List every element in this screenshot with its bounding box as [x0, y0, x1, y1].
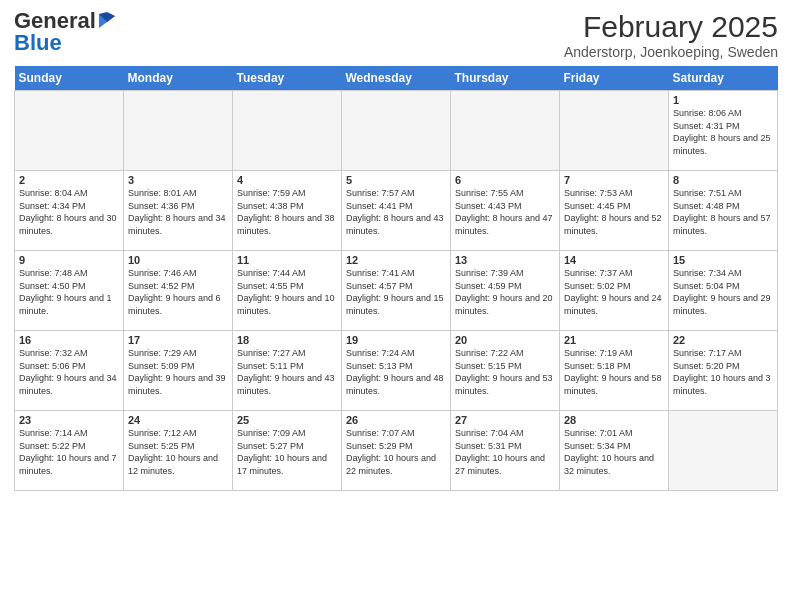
table-row: 10Sunrise: 7:46 AM Sunset: 4:52 PM Dayli… [124, 251, 233, 331]
weekday-header-row: Sunday Monday Tuesday Wednesday Thursday… [15, 66, 778, 91]
day-number: 17 [128, 334, 228, 346]
day-number: 28 [564, 414, 664, 426]
table-row: 18Sunrise: 7:27 AM Sunset: 5:11 PM Dayli… [233, 331, 342, 411]
location-subtitle: Anderstorp, Joenkoeping, Sweden [564, 44, 778, 60]
table-row: 3Sunrise: 8:01 AM Sunset: 4:36 PM Daylig… [124, 171, 233, 251]
day-info: Sunrise: 7:01 AM Sunset: 5:34 PM Dayligh… [564, 427, 664, 477]
day-number: 5 [346, 174, 446, 186]
day-number: 9 [19, 254, 119, 266]
calendar-week-row: 23Sunrise: 7:14 AM Sunset: 5:22 PM Dayli… [15, 411, 778, 491]
logo-general: General [14, 10, 96, 32]
day-number: 4 [237, 174, 337, 186]
title-block: February 2025 Anderstorp, Joenkoeping, S… [564, 10, 778, 60]
table-row: 17Sunrise: 7:29 AM Sunset: 5:09 PM Dayli… [124, 331, 233, 411]
day-number: 25 [237, 414, 337, 426]
table-row: 6Sunrise: 7:55 AM Sunset: 4:43 PM Daylig… [451, 171, 560, 251]
day-number: 14 [564, 254, 664, 266]
calendar-week-row: 1Sunrise: 8:06 AM Sunset: 4:31 PM Daylig… [15, 91, 778, 171]
col-tuesday: Tuesday [233, 66, 342, 91]
day-number: 22 [673, 334, 773, 346]
table-row: 16Sunrise: 7:32 AM Sunset: 5:06 PM Dayli… [15, 331, 124, 411]
col-sunday: Sunday [15, 66, 124, 91]
day-info: Sunrise: 8:01 AM Sunset: 4:36 PM Dayligh… [128, 187, 228, 237]
day-info: Sunrise: 7:51 AM Sunset: 4:48 PM Dayligh… [673, 187, 773, 237]
table-row: 1Sunrise: 8:06 AM Sunset: 4:31 PM Daylig… [669, 91, 778, 171]
table-row: 24Sunrise: 7:12 AM Sunset: 5:25 PM Dayli… [124, 411, 233, 491]
calendar-week-row: 16Sunrise: 7:32 AM Sunset: 5:06 PM Dayli… [15, 331, 778, 411]
day-info: Sunrise: 7:55 AM Sunset: 4:43 PM Dayligh… [455, 187, 555, 237]
table-row: 20Sunrise: 7:22 AM Sunset: 5:15 PM Dayli… [451, 331, 560, 411]
day-info: Sunrise: 7:48 AM Sunset: 4:50 PM Dayligh… [19, 267, 119, 317]
table-row: 19Sunrise: 7:24 AM Sunset: 5:13 PM Dayli… [342, 331, 451, 411]
day-info: Sunrise: 7:24 AM Sunset: 5:13 PM Dayligh… [346, 347, 446, 397]
day-info: Sunrise: 7:32 AM Sunset: 5:06 PM Dayligh… [19, 347, 119, 397]
day-number: 23 [19, 414, 119, 426]
table-row: 9Sunrise: 7:48 AM Sunset: 4:50 PM Daylig… [15, 251, 124, 331]
calendar-week-row: 9Sunrise: 7:48 AM Sunset: 4:50 PM Daylig… [15, 251, 778, 331]
day-number: 2 [19, 174, 119, 186]
day-info: Sunrise: 7:41 AM Sunset: 4:57 PM Dayligh… [346, 267, 446, 317]
table-row [342, 91, 451, 171]
day-number: 15 [673, 254, 773, 266]
day-number: 10 [128, 254, 228, 266]
table-row: 22Sunrise: 7:17 AM Sunset: 5:20 PM Dayli… [669, 331, 778, 411]
table-row [124, 91, 233, 171]
col-friday: Friday [560, 66, 669, 91]
day-info: Sunrise: 7:53 AM Sunset: 4:45 PM Dayligh… [564, 187, 664, 237]
day-info: Sunrise: 7:44 AM Sunset: 4:55 PM Dayligh… [237, 267, 337, 317]
table-row: 27Sunrise: 7:04 AM Sunset: 5:31 PM Dayli… [451, 411, 560, 491]
day-info: Sunrise: 7:37 AM Sunset: 5:02 PM Dayligh… [564, 267, 664, 317]
day-number: 12 [346, 254, 446, 266]
calendar-table: Sunday Monday Tuesday Wednesday Thursday… [14, 66, 778, 491]
day-number: 11 [237, 254, 337, 266]
table-row: 2Sunrise: 8:04 AM Sunset: 4:34 PM Daylig… [15, 171, 124, 251]
table-row: 4Sunrise: 7:59 AM Sunset: 4:38 PM Daylig… [233, 171, 342, 251]
day-number: 8 [673, 174, 773, 186]
logo-flag-icon [97, 12, 115, 30]
day-number: 27 [455, 414, 555, 426]
day-number: 19 [346, 334, 446, 346]
table-row: 12Sunrise: 7:41 AM Sunset: 4:57 PM Dayli… [342, 251, 451, 331]
day-info: Sunrise: 7:19 AM Sunset: 5:18 PM Dayligh… [564, 347, 664, 397]
day-info: Sunrise: 7:59 AM Sunset: 4:38 PM Dayligh… [237, 187, 337, 237]
day-number: 21 [564, 334, 664, 346]
table-row [669, 411, 778, 491]
table-row: 14Sunrise: 7:37 AM Sunset: 5:02 PM Dayli… [560, 251, 669, 331]
table-row [233, 91, 342, 171]
table-row: 5Sunrise: 7:57 AM Sunset: 4:41 PM Daylig… [342, 171, 451, 251]
table-row: 21Sunrise: 7:19 AM Sunset: 5:18 PM Dayli… [560, 331, 669, 411]
day-info: Sunrise: 7:17 AM Sunset: 5:20 PM Dayligh… [673, 347, 773, 397]
logo: General Blue [14, 10, 115, 54]
header: General Blue February 2025 Anderstorp, J… [14, 10, 778, 60]
table-row: 13Sunrise: 7:39 AM Sunset: 4:59 PM Dayli… [451, 251, 560, 331]
table-row [451, 91, 560, 171]
day-number: 6 [455, 174, 555, 186]
day-info: Sunrise: 7:07 AM Sunset: 5:29 PM Dayligh… [346, 427, 446, 477]
col-saturday: Saturday [669, 66, 778, 91]
page-container: General Blue February 2025 Anderstorp, J… [0, 0, 792, 497]
day-number: 16 [19, 334, 119, 346]
day-info: Sunrise: 7:22 AM Sunset: 5:15 PM Dayligh… [455, 347, 555, 397]
table-row: 25Sunrise: 7:09 AM Sunset: 5:27 PM Dayli… [233, 411, 342, 491]
day-info: Sunrise: 7:12 AM Sunset: 5:25 PM Dayligh… [128, 427, 228, 477]
table-row [15, 91, 124, 171]
day-number: 1 [673, 94, 773, 106]
table-row: 15Sunrise: 7:34 AM Sunset: 5:04 PM Dayli… [669, 251, 778, 331]
day-info: Sunrise: 8:06 AM Sunset: 4:31 PM Dayligh… [673, 107, 773, 157]
day-info: Sunrise: 7:34 AM Sunset: 5:04 PM Dayligh… [673, 267, 773, 317]
logo-blue: Blue [14, 30, 62, 55]
table-row [560, 91, 669, 171]
day-info: Sunrise: 7:09 AM Sunset: 5:27 PM Dayligh… [237, 427, 337, 477]
col-wednesday: Wednesday [342, 66, 451, 91]
table-row: 26Sunrise: 7:07 AM Sunset: 5:29 PM Dayli… [342, 411, 451, 491]
col-monday: Monday [124, 66, 233, 91]
day-number: 26 [346, 414, 446, 426]
table-row: 7Sunrise: 7:53 AM Sunset: 4:45 PM Daylig… [560, 171, 669, 251]
day-info: Sunrise: 8:04 AM Sunset: 4:34 PM Dayligh… [19, 187, 119, 237]
table-row: 8Sunrise: 7:51 AM Sunset: 4:48 PM Daylig… [669, 171, 778, 251]
table-row: 23Sunrise: 7:14 AM Sunset: 5:22 PM Dayli… [15, 411, 124, 491]
day-info: Sunrise: 7:14 AM Sunset: 5:22 PM Dayligh… [19, 427, 119, 477]
day-info: Sunrise: 7:57 AM Sunset: 4:41 PM Dayligh… [346, 187, 446, 237]
table-row: 28Sunrise: 7:01 AM Sunset: 5:34 PM Dayli… [560, 411, 669, 491]
day-number: 18 [237, 334, 337, 346]
